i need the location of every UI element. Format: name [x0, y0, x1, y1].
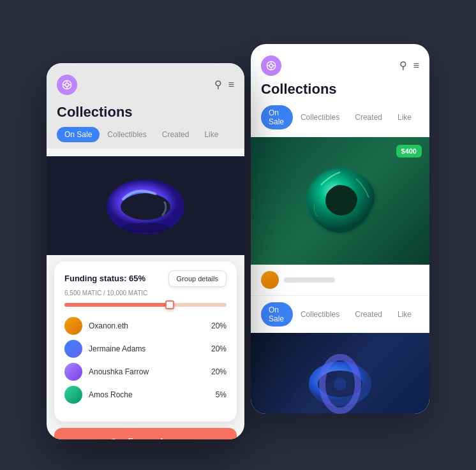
contributor-pct-4: 5% [216, 390, 227, 399]
back-card-header: ⚲ ≡ [251, 44, 429, 81]
nft-image-back-crystal: $400 [251, 137, 429, 265]
front-card-header-icons: ⚲ ≡ [214, 78, 234, 91]
back-card-tabs: On Sale Collectibles Created Like [251, 105, 429, 129]
svg-point-1 [269, 64, 272, 67]
front-card-title: Collections [47, 100, 244, 127]
front-card-header: ⚲ ≡ [47, 63, 244, 100]
tab-on-sale-back[interactable]: On Sale [261, 105, 293, 129]
matic-label: 6,500 MATIC / 10,000 MATIC [64, 290, 227, 297]
contributor-list: Oxanon.eth 20% Jermaine Adams 20% Anoush… [64, 317, 227, 404]
front-tab-created[interactable]: Created [154, 127, 197, 142]
menu-icon[interactable]: ≡ [413, 60, 419, 71]
svg-point-10 [65, 83, 68, 86]
profile-name-placeholder [284, 277, 335, 283]
progress-thumb[interactable] [165, 300, 174, 309]
back-card-title: Collections [251, 81, 429, 105]
contributor-avatar-2 [64, 340, 82, 358]
front-card-logo [57, 75, 77, 95]
back-card-sub-tabs: On Sale Collectibles Created Like [251, 295, 429, 333]
contributor-name-3: Anoushka Farrow [89, 367, 205, 376]
contributor-avatar-4 [64, 386, 82, 404]
sub-tab-collectibles[interactable]: Collectibles [293, 307, 347, 322]
contributor-name-2: Jermaine Adams [89, 344, 205, 353]
back-card-logo [261, 55, 281, 76]
progress-fill [64, 303, 170, 307]
contributor-name-1: Oxanon.eth [89, 321, 205, 330]
contributor-name-4: Amos Roche [89, 390, 209, 399]
back-card-header-icons: ⚲ ≡ [399, 59, 419, 71]
svg-point-16 [121, 223, 170, 233]
contributor-pct-2: 20% [211, 344, 227, 353]
tab-created-back[interactable]: Created [347, 110, 390, 125]
front-search-icon[interactable]: ⚲ [214, 78, 222, 91]
contributor-pct-1: 20% [211, 321, 227, 330]
front-tab-like[interactable]: Like [197, 127, 226, 142]
contributor-pct-3: 20% [211, 367, 227, 376]
profile-avatar [261, 271, 279, 289]
nft-image-back-blue [251, 333, 429, 414]
sub-tab-created[interactable]: Created [347, 307, 390, 322]
front-menu-icon[interactable]: ≡ [228, 79, 234, 91]
funding-status-label: Funding status: 65% [64, 274, 145, 283]
front-tab-collectibles[interactable]: Collectibles [100, 127, 154, 142]
sub-tab-on-sale[interactable]: On Sale [261, 302, 293, 327]
back-card: ⚲ ≡ Collections On Sale Collectibles Cre… [251, 44, 429, 414]
scene: ⚲ ≡ Collections On Sale Collectibles Cre… [47, 25, 429, 446]
sub-tab-like[interactable]: Like [390, 307, 419, 322]
svg-point-8 [334, 378, 346, 390]
front-tab-on-sale[interactable]: On Sale [57, 127, 100, 142]
tab-collectibles-back[interactable]: Collectibles [293, 110, 347, 125]
contributor-item: Oxanon.eth 20% [64, 317, 227, 335]
contributor-avatar-1 [64, 317, 82, 335]
tab-like-back[interactable]: Like [390, 110, 419, 125]
contributor-avatar-3 [64, 363, 82, 381]
contributor-item: Amos Roche 5% [64, 386, 227, 404]
front-card: ⚲ ≡ Collections On Sale Collectibles Cre… [47, 63, 244, 439]
contributor-item: Jermaine Adams 20% [64, 340, 227, 358]
modal-panel: Funding status: 65% Group details 6,500 … [54, 261, 237, 422]
confirm-pay-button[interactable]: Confirm and pay [54, 428, 237, 439]
group-details-button[interactable]: Group details [168, 270, 227, 287]
price-badge: $400 [396, 145, 422, 158]
progress-track [64, 303, 227, 307]
front-card-tabs: On Sale Collectibles Created Like [47, 127, 244, 149]
funding-row: Funding status: 65% Group details [64, 270, 227, 287]
search-icon[interactable]: ⚲ [399, 59, 407, 71]
nft-image-front-torus [47, 156, 244, 255]
contributor-item: Anoushka Farrow 20% [64, 363, 227, 381]
